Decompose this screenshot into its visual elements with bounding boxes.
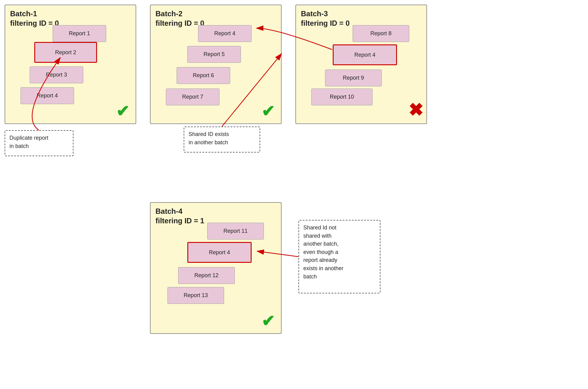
report-card: Report 1: [53, 25, 106, 42]
report-card: Report 12: [178, 267, 235, 284]
report-card: Report 8: [353, 25, 409, 42]
report-card: Report 11: [207, 223, 264, 240]
checkmark-batch4: ✔: [261, 312, 275, 330]
xmark-batch3: ✖: [408, 100, 423, 120]
batch3-title: Batch-3 filtering ID = 0: [301, 9, 350, 28]
checkmark-batch1: ✔: [116, 102, 129, 120]
batch1-title: Batch-1 filtering ID = 0: [10, 9, 59, 28]
report-card: Report 10: [311, 89, 373, 105]
report-card: Report 6: [177, 67, 230, 84]
annotation-duplicate: Duplicate report in batch: [5, 130, 73, 156]
report-card-highlighted: Report 4: [187, 242, 252, 263]
annotation-shared-id: Shared ID exists in another batch: [184, 127, 260, 153]
report-card: Report 9: [325, 70, 382, 86]
batch3-box: Batch-3 filtering ID = 0 Report 8 Report…: [295, 5, 427, 124]
diagram-container: Batch-1 filtering ID = 0 Report 1 Report…: [0, 0, 588, 389]
batch2-box: Batch-2 filtering ID = 0 Report 4 Report…: [150, 5, 282, 124]
batch4-box: Batch-4 filtering ID = 1 Report 11 Repor…: [150, 202, 282, 334]
checkmark-batch2: ✔: [261, 102, 275, 120]
report-card: Report 7: [166, 89, 219, 105]
report-card: Report 3: [30, 66, 83, 83]
report-card-highlighted: Report 2: [34, 42, 97, 63]
report-card: Report 13: [167, 287, 224, 304]
annotation-not-shared: Shared Id not shared with another batch,…: [298, 220, 380, 293]
report-card: Report 4: [198, 25, 252, 42]
batch1-box: Batch-1 filtering ID = 0 Report 1 Report…: [5, 5, 136, 124]
batch2-title: Batch-2 filtering ID = 0: [155, 9, 204, 28]
report-card: Report 4: [21, 87, 74, 104]
report-card-highlighted: Report 4: [333, 44, 397, 65]
report-card: Report 5: [187, 46, 241, 63]
batch4-title: Batch-4 filtering ID = 1: [155, 206, 204, 225]
